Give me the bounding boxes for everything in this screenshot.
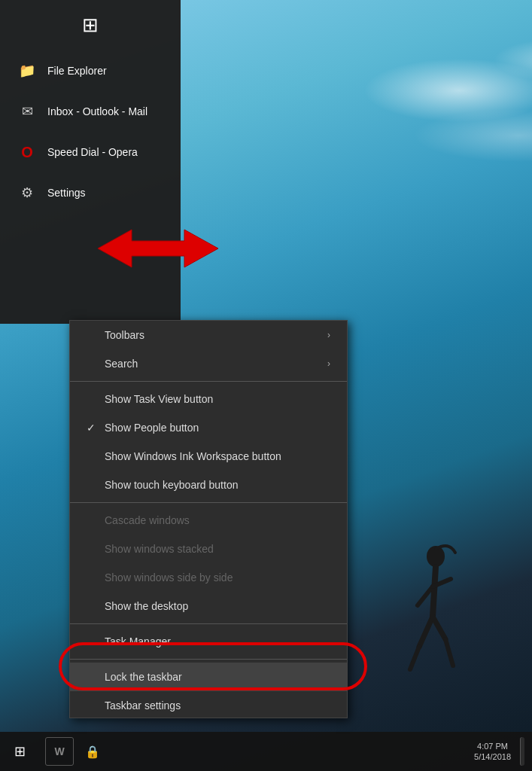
menu-item-ink-workspace[interactable]: Show Windows Ink Workspace button bbox=[70, 442, 347, 471]
taskbar-system-tray: 4:07 PM 5/14/2018 bbox=[474, 737, 532, 766]
system-clock[interactable]: 4:07 PM 5/14/2018 bbox=[474, 741, 511, 763]
side-by-side-check bbox=[87, 571, 102, 584]
search-chevron-icon: › bbox=[327, 358, 330, 369]
show-desktop-check bbox=[87, 600, 102, 612]
taskbar: ⊞ W 🔒 4:07 PM 5/14/2018 bbox=[0, 732, 532, 771]
start-menu-item-file-explorer[interactable]: 📁 File Explorer bbox=[0, 50, 181, 91]
cascade-label: Cascade windows bbox=[105, 514, 190, 526]
separator-2 bbox=[70, 502, 347, 503]
svg-marker-8 bbox=[98, 230, 218, 267]
start-menu-item-settings[interactable]: ⚙ Settings bbox=[0, 172, 181, 213]
people-label: Show People button bbox=[105, 422, 199, 434]
show-desktop-label: Show the desktop bbox=[105, 600, 188, 612]
menu-item-side-by-side: Show windows side by side bbox=[70, 563, 347, 592]
opera-icon: O bbox=[17, 142, 37, 162]
menu-item-show-desktop[interactable]: Show the desktop bbox=[70, 592, 347, 620]
taskbar-lock-icon[interactable]: 🔒 bbox=[78, 737, 107, 766]
taskbar-w-icon[interactable]: W bbox=[45, 737, 74, 766]
svg-line-6 bbox=[410, 647, 419, 669]
search-label: Search bbox=[105, 358, 138, 370]
separator-1 bbox=[70, 381, 347, 382]
svg-line-7 bbox=[445, 639, 453, 666]
svg-line-1 bbox=[433, 567, 436, 617]
stacked-label: Show windows stacked bbox=[105, 543, 214, 555]
task-view-label: Show Task View button bbox=[105, 393, 213, 405]
menu-item-task-view[interactable]: Show Task View button bbox=[70, 385, 347, 413]
menu-item-toolbars[interactable]: Toolbars › bbox=[70, 321, 347, 349]
task-view-check bbox=[87, 393, 102, 405]
start-menu-item-opera[interactable]: O Speed Dial - Opera bbox=[0, 132, 181, 172]
touch-keyboard-check bbox=[87, 479, 102, 491]
separator-3 bbox=[70, 623, 347, 624]
outlook-label: Inbox - Outlook - Mail bbox=[47, 105, 147, 117]
cascade-check bbox=[87, 514, 102, 526]
taskbar-quick-launch: W 🔒 bbox=[39, 737, 113, 766]
file-explorer-label: File Explorer bbox=[47, 65, 107, 77]
start-windows-icon: ⊞ bbox=[14, 743, 26, 760]
start-logo[interactable]: ⊞ bbox=[0, 0, 181, 50]
toolbars-label: Toolbars bbox=[105, 329, 144, 341]
show-desktop-button[interactable] bbox=[520, 737, 524, 766]
task-manager-label: Task Manager bbox=[105, 635, 171, 648]
opera-label: Speed Dial - Opera bbox=[47, 146, 138, 158]
menu-item-people[interactable]: ✓ Show People button bbox=[70, 413, 347, 442]
resize-arrow-annotation bbox=[98, 222, 218, 285]
ink-workspace-label: Show Windows Ink Workspace button bbox=[105, 450, 281, 462]
settings-label: Settings bbox=[47, 187, 86, 199]
clock-date: 5/14/2018 bbox=[474, 751, 511, 762]
menu-item-task-manager[interactable]: Task Manager bbox=[70, 627, 347, 656]
svg-line-2 bbox=[418, 587, 433, 605]
toolbars-check bbox=[87, 329, 102, 341]
touch-keyboard-label: Show touch keyboard button bbox=[105, 479, 238, 491]
menu-item-search[interactable]: Search › bbox=[70, 349, 347, 378]
svg-line-5 bbox=[433, 617, 445, 639]
ink-workspace-check bbox=[87, 450, 102, 462]
menu-item-taskbar-settings[interactable]: Taskbar settings bbox=[70, 691, 347, 718]
stacked-check bbox=[87, 543, 102, 555]
menu-item-stacked: Show windows stacked bbox=[70, 535, 347, 563]
task-manager-check bbox=[87, 635, 102, 648]
people-check: ✓ bbox=[87, 422, 102, 434]
clock-time: 4:07 PM bbox=[474, 741, 511, 751]
side-by-side-label: Show windows side by side bbox=[105, 571, 233, 584]
toolbars-chevron-icon: › bbox=[327, 330, 330, 340]
lock-taskbar-label: Lock the taskbar bbox=[105, 671, 182, 683]
file-explorer-icon: 📁 bbox=[17, 61, 37, 81]
windows-logo-icon: ⊞ bbox=[82, 14, 99, 37]
taskbar-settings-label: Taskbar settings bbox=[105, 699, 181, 712]
menu-item-cascade: Cascade windows bbox=[70, 506, 347, 535]
lock-taskbar-check bbox=[87, 671, 102, 683]
settings-icon: ⚙ bbox=[17, 183, 37, 203]
menu-item-touch-keyboard[interactable]: Show touch keyboard button bbox=[70, 471, 347, 499]
runner-silhouette bbox=[397, 534, 472, 730]
separator-4 bbox=[70, 659, 347, 660]
start-menu-item-outlook[interactable]: ✉ Inbox - Outlook - Mail bbox=[0, 91, 181, 132]
search-check bbox=[87, 358, 102, 370]
outlook-icon: ✉ bbox=[17, 102, 37, 121]
taskbar-context-menu: Toolbars › Search › Show Task View butto… bbox=[69, 320, 348, 718]
svg-line-4 bbox=[419, 617, 433, 647]
start-button[interactable]: ⊞ bbox=[0, 732, 39, 771]
menu-item-lock-taskbar[interactable]: Lock the taskbar bbox=[70, 663, 347, 691]
taskbar-settings-check bbox=[87, 699, 102, 712]
